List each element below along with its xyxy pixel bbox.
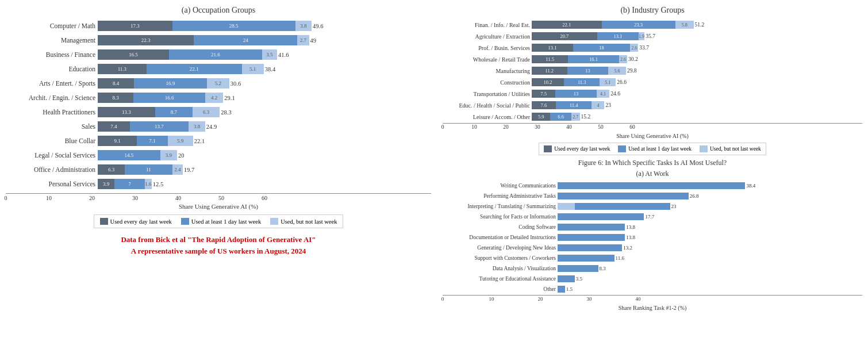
seg-mid: 13.7: [130, 121, 189, 132]
main-container: (a) Occupation Groups Computer / Math17.…: [0, 0, 868, 317]
ind-total-value: 23: [605, 102, 611, 108]
ind-label: Educ. / Health / Social / Public: [445, 102, 532, 109]
legend-label-1: Used every day last week: [110, 218, 172, 225]
industry-bar-row: Educ. / Health / Social / Public7.611.44…: [532, 100, 851, 110]
task-bar-row: Interpreting / Translating / Summarizing…: [558, 202, 857, 211]
seg-label-mid: 7.1: [149, 138, 155, 144]
seg-dark: 3.9: [98, 179, 114, 189]
task-bar-value: 13.8: [626, 224, 635, 230]
bar-segments: 8.316.64.229.1: [98, 93, 235, 103]
bar-segments: 14.53.920: [98, 150, 185, 160]
seg-label-mid: 16.6: [165, 95, 174, 101]
seg-light: 3.8: [189, 121, 205, 132]
ind-seg-dark: 20.7: [532, 32, 597, 40]
ind-seg-light: 5.6: [608, 67, 626, 75]
ind-seg-label-mid: 6.6: [558, 114, 564, 120]
ind-seg-light: 2.6: [619, 55, 627, 63]
seg-light: 2.4: [172, 164, 183, 175]
bar-label: Management: [9, 37, 98, 44]
ind-segments: 20.713.11.935.7: [532, 32, 655, 40]
caption-line1: Data from Bick et al "The Rapid Adoption…: [6, 234, 431, 245]
bar-label: Health Practitioners: [9, 109, 98, 116]
bar-label: Computer / Math: [9, 22, 98, 29]
task-bar-value: 17.7: [645, 214, 654, 220]
bar-label: Archit. / Engin. / Science: [9, 94, 98, 101]
seg-light: 4.2: [205, 93, 224, 103]
right-legend-label-3: Used, but not last week: [710, 146, 761, 152]
legend-item-1: Used every day last week: [100, 218, 172, 225]
task-bar-value: 3.5: [576, 276, 582, 282]
bar-segments: 13.38.76.328.3: [98, 107, 232, 117]
ind-seg-label-dark: 22.1: [562, 22, 571, 28]
industry-bar-row: Wholesale / Retail Trade11.516.12.630.2: [532, 54, 851, 64]
ind-seg-light: 4: [592, 101, 604, 109]
x3-tick: 20: [538, 296, 543, 302]
task-bar-segment: [558, 234, 625, 241]
ind-segments: 7.5134.124.6: [532, 90, 620, 98]
task-label: Other: [445, 286, 558, 292]
right-panel: (b) Industry Groups Finan. / Info. / Rea…: [437, 6, 868, 311]
task-bar-value: 23: [671, 204, 677, 209]
ind-seg-dark: 7.5: [532, 90, 555, 98]
bar-total-value: 30.6: [231, 80, 241, 87]
seg-light: 3.5: [262, 49, 277, 60]
legend-label-3: Used, but not last week: [281, 218, 337, 225]
seg-label-mid: 21.6: [211, 52, 220, 57]
ind-segments: 13.1182.633.7: [532, 44, 649, 52]
seg-label-dark: 17.3: [130, 23, 140, 29]
ind-seg-label-mid: 16.1: [589, 56, 598, 62]
x-axis2-label: Share Using Generative AI (%): [443, 133, 862, 139]
legend-label-2: Used at least 1 day last week: [191, 218, 261, 225]
task-bar-segment: [558, 193, 689, 199]
seg-label-dark: 13.3: [122, 109, 131, 115]
task-bar-row: Data Analysis / Visualization8.3: [558, 264, 857, 273]
legend-item-3: Used, but not last week: [270, 218, 337, 225]
ind-segments: 5.96.62.715.2: [532, 113, 590, 121]
x2-tick: 0: [441, 124, 444, 130]
occupation-chart-area: Computer / Math17.328.53.849.6Management…: [6, 20, 431, 210]
x2-tick: 20: [503, 124, 509, 130]
seg-label-light: 3.9: [166, 152, 172, 158]
seg-label-light: 3.5: [266, 52, 272, 57]
seg-light: 5.1: [242, 64, 264, 74]
bar-total-value: 28.3: [221, 109, 231, 116]
bar-segments: 8.416.95.230.6: [98, 78, 241, 89]
seg-label-dark: 11.3: [118, 66, 126, 72]
ind-seg-label-light: 5.6: [614, 68, 620, 74]
task-bar-row: Generating / Developing New Ideas13.2: [558, 243, 857, 252]
right-legend-item-3: Used, but not last week: [700, 145, 761, 152]
seg-light: 5.9: [168, 136, 193, 146]
seg-light: 2.7: [297, 35, 309, 45]
ind-seg-dark: 11.5: [532, 55, 568, 63]
task-label: Searching for Facts or Information: [445, 214, 558, 220]
ind-seg-light: 4.1: [597, 90, 610, 98]
seg-label-light: 2.7: [300, 37, 306, 43]
bar-label: Office / Administration: [9, 166, 98, 173]
bar-total-value: 49: [310, 37, 317, 44]
x3-tick: 0: [441, 296, 444, 302]
ind-seg-mid: 13.1: [597, 32, 639, 40]
industry-chart-title: (b) Industry Groups: [443, 6, 862, 15]
ind-total-value: 33.7: [639, 45, 649, 51]
occupation-bar-row: Personal Services3.971.612.5: [98, 178, 397, 190]
occupation-bar-row: Computer / Math17.328.53.849.6: [98, 20, 397, 32]
task-bar-row: Support with Customers / Coworkers11.6: [558, 254, 857, 263]
seg-label-light: 5.2: [215, 80, 221, 86]
right-legend-box-dark: [544, 145, 552, 152]
seg-mid: 16.6: [133, 93, 205, 103]
seg-label-light: 5.9: [177, 138, 183, 144]
x-tick: 40: [175, 195, 181, 201]
bar-segments: 17.328.53.849.6: [98, 21, 323, 31]
left-chart-title: (a) Occupation Groups: [6, 6, 431, 15]
ind-seg-label-light: 4: [597, 103, 599, 108]
seg-mid: 24: [194, 35, 297, 45]
ind-seg-light: 2.7: [571, 113, 580, 121]
x-axis-ticks: 0102030405060: [6, 194, 431, 202]
seg-mid: 8.7: [155, 107, 193, 117]
task-bar-segment: [558, 182, 745, 189]
task-bar-segment: [558, 224, 625, 231]
ind-seg-label-light: 4.1: [600, 91, 606, 97]
seg-dark: 6.3: [98, 164, 125, 175]
seg-dark: 9.1: [98, 136, 137, 146]
x3-tick: 10: [489, 296, 494, 302]
